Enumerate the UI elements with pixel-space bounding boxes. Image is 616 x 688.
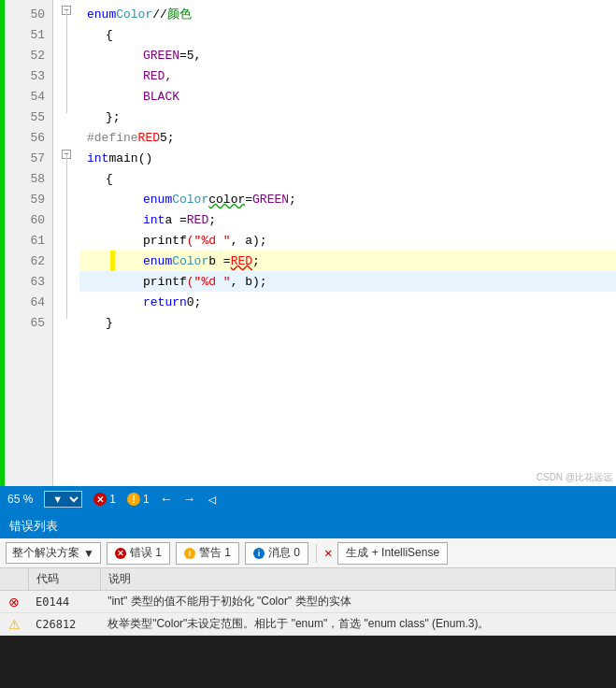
- code-token: RED: [138, 131, 160, 145]
- error-desc-cell: "int" 类型的值不能用于初始化 "Color" 类型的实体: [100, 591, 615, 613]
- nav-left-arrow[interactable]: ←: [161, 492, 172, 507]
- error-count: 1: [109, 493, 116, 506]
- row-warning-icon: ⚠: [8, 617, 21, 632]
- error-icon: ✕: [93, 493, 107, 506]
- error-count-badge[interactable]: ✕ 1: [93, 493, 116, 506]
- solution-dropdown[interactable]: 整个解决方案 ▼: [6, 542, 101, 564]
- code-line: RED,: [79, 65, 616, 86]
- gutter-line: [53, 82, 79, 103]
- gutter-vertical-line: [66, 165, 67, 185]
- gutter-vertical-line: [66, 62, 67, 82]
- gutter-vertical-line: [66, 206, 67, 226]
- warning-count-badge[interactable]: ! 1: [127, 493, 150, 506]
- collapse-gutter: −−: [53, 0, 79, 486]
- code-token: printf: [143, 234, 187, 248]
- gutter-vertical-line: [66, 267, 67, 288]
- zoom-dropdown[interactable]: ▼: [44, 491, 82, 508]
- col-code-header: 代码: [28, 568, 100, 591]
- message-filter-icon: i: [253, 548, 265, 559]
- code-token: enum: [143, 254, 172, 268]
- code-token: =5,: [179, 49, 201, 63]
- errors-filter-btn[interactable]: ✕ 错误 1: [107, 542, 170, 565]
- gutter-vertical-line: [66, 185, 67, 206]
- gutter-vertical-line: [66, 41, 67, 62]
- line-number: 53: [5, 65, 52, 86]
- line-number: 64: [5, 292, 52, 312]
- gutter-line: −: [53, 0, 79, 21]
- code-line: int main(): [79, 148, 616, 168]
- code-token: , b);: [231, 275, 267, 289]
- gutter-vertical-line: [66, 21, 67, 41]
- code-token: #define: [87, 131, 138, 145]
- build-btn[interactable]: 生成 + IntelliSense: [337, 542, 448, 565]
- error-filter-icon: ✕: [115, 548, 126, 559]
- gutter-vertical-line: [66, 103, 67, 113]
- line-number: 65: [5, 312, 52, 333]
- line-number: 63: [5, 271, 52, 292]
- gutter-line: [53, 247, 79, 267]
- messages-filter-btn[interactable]: i 消息 0: [245, 542, 308, 565]
- gutter-line: [53, 21, 79, 41]
- row-error-icon: ⊗: [8, 595, 20, 609]
- gutter-vertical-line: [66, 288, 67, 308]
- nav-collapse-arrow[interactable]: ◁: [207, 492, 218, 508]
- error-table-row[interactable]: ⚠C26812枚举类型"Color"未设定范围。相比于 "enum"，首选 "e…: [0, 613, 616, 636]
- error-table-row[interactable]: ⊗E0144"int" 类型的值不能用于初始化 "Color" 类型的实体: [0, 591, 616, 613]
- nav-right-arrow[interactable]: →: [183, 492, 194, 507]
- status-bar: 65 % ▼ ✕ 1 ! 1 ← → ◁: [0, 486, 616, 512]
- gutter-line: [53, 288, 79, 308]
- code-line: }: [79, 312, 616, 333]
- gutter-line: [53, 185, 79, 206]
- code-token: RED,: [143, 69, 172, 83]
- error-table-header: 代码 说明: [0, 568, 616, 591]
- code-token: a =: [165, 213, 186, 227]
- code-content: enum Color//颜色{GREEN=5,RED,BLACK};#defin…: [79, 0, 616, 486]
- yellow-line-marker: [110, 251, 115, 271]
- gutter-line: [53, 267, 79, 288]
- code-token: (): [138, 151, 153, 165]
- code-line: enum Color b = RED;: [79, 251, 616, 271]
- code-token: 0;: [187, 295, 202, 309]
- error-table: 代码 说明 ⊗E0144"int" 类型的值不能用于初始化 "Color" 类型…: [0, 568, 616, 636]
- code-token: main: [108, 151, 137, 165]
- gutter-line: [53, 308, 79, 329]
- code-token: {: [106, 28, 113, 42]
- warning-icon: !: [127, 493, 140, 506]
- code-token: GREEN: [252, 193, 289, 207]
- warnings-filter-btn[interactable]: ! 警告 1: [176, 542, 239, 565]
- gutter-vertical-bar: [66, 10, 67, 21]
- watermark-text: CSDN @比花远远: [537, 471, 612, 484]
- code-line: {: [79, 24, 616, 45]
- code-token: };: [106, 110, 121, 124]
- code-token: GREEN: [143, 49, 179, 63]
- code-line: printf("%d ", b);: [79, 271, 616, 292]
- code-token: Color: [116, 7, 152, 22]
- line-number: 60: [5, 209, 52, 230]
- zoom-level: 65 %: [7, 493, 33, 506]
- line-number: 55: [5, 107, 52, 127]
- gutter-line: [53, 103, 79, 123]
- code-token: enum: [143, 193, 172, 207]
- line-number: 51: [5, 24, 52, 45]
- code-token: b =: [208, 254, 230, 268]
- error-code-cell: E0144: [28, 591, 100, 613]
- code-token: ;: [208, 213, 216, 227]
- code-token: ("%d ": [187, 234, 231, 248]
- gutter-vertical-line: [66, 226, 67, 247]
- code-token: RED: [231, 254, 252, 268]
- error-panel-title: 错误列表: [9, 518, 58, 535]
- code-token: 5;: [160, 131, 175, 145]
- code-token: ;: [289, 193, 296, 207]
- line-numbers: 50515253545556575859606162636465: [5, 0, 53, 486]
- gutter-line: [53, 123, 79, 144]
- code-token: int: [87, 151, 108, 165]
- code-line: BLACK: [79, 86, 616, 107]
- error-row-type-icon: ⚠: [0, 613, 28, 636]
- code-token: printf: [143, 275, 187, 289]
- error-code-cell: C26812: [28, 613, 100, 636]
- gutter-line: [53, 206, 79, 226]
- code-token: return: [143, 295, 187, 309]
- gutter-line: [53, 226, 79, 247]
- gutter-vertical-line: [66, 82, 67, 103]
- code-token: int: [143, 213, 165, 227]
